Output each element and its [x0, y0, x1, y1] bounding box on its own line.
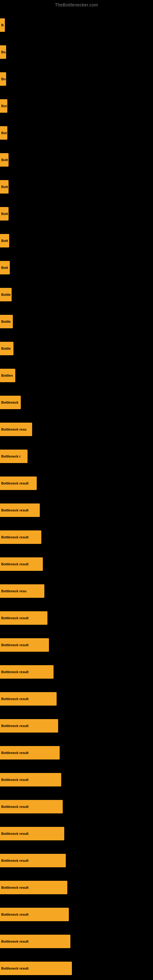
bar-label: Bottleneck result — [1, 967, 29, 970]
bar-row: Bottleneck result — [0, 793, 153, 820]
bar-label: Bottleneck result — [1, 697, 29, 701]
site-title: TheBottlenecker.com — [0, 0, 153, 9]
bar-row: Bot — [0, 92, 153, 119]
bar: Bottleneck result — [0, 557, 43, 571]
bar: Bottle — [0, 315, 13, 328]
bar-row: Bott — [0, 146, 153, 173]
bar-label: Bottle — [1, 320, 11, 323]
bar-row: Bottleneck result — [0, 605, 153, 632]
bar-row: Bottleneck result — [0, 632, 153, 659]
bar: Bott — [0, 207, 9, 221]
bar-row: Bottleneck result — [0, 847, 153, 874]
bar: Bottleneck result — [0, 611, 48, 625]
bar-label: Bottleneck result — [1, 481, 29, 485]
bar-row: Bottle — [0, 281, 153, 308]
bar-label: Bott — [1, 266, 8, 269]
bar: Bottleneck result — [0, 638, 49, 652]
bar: Bot — [0, 99, 7, 113]
bar-label: Bottle — [1, 347, 11, 350]
bar-label: Bott — [1, 239, 8, 243]
bar-label: Bottleneck result — [1, 616, 29, 620]
bar-label: Bottleneck result — [1, 670, 29, 674]
bar-row: Bottleneck result — [0, 550, 153, 578]
bar-label: Bottleneck result — [1, 913, 29, 916]
bar-row: Bott — [0, 200, 153, 227]
bar-row: Bottleneck result — [0, 686, 153, 712]
bar: Bottleneck result — [0, 665, 54, 679]
bar: Bottle — [0, 288, 12, 301]
bar: Bottleneck result — [0, 962, 72, 975]
bar-label: Bottleneck result — [1, 805, 29, 808]
bar: Bottleneck result — [0, 719, 58, 733]
bar: Bottleneck result — [0, 692, 57, 706]
bar: Bot — [0, 126, 7, 140]
bar-label: Bottleneck result — [1, 832, 29, 835]
bar-row: Bottleneck result — [0, 928, 153, 955]
bar-row: Bottleneck result — [0, 901, 153, 928]
bar-label: Bottleneck result — [1, 886, 29, 889]
bar-label: Bottleneck resu — [1, 428, 27, 431]
bar-label: Bottleneck result — [1, 940, 29, 943]
bar-row: Bottleneck resu — [0, 416, 153, 443]
bar-label: Bottleneck result — [1, 562, 29, 566]
bars-container: BBoBoBotBotBottBottBottBottBottBottleBot… — [0, 9, 153, 980]
bar-label: Bot — [1, 131, 7, 135]
bar-row: Bott — [0, 227, 153, 254]
bar: Bottleneck result — [0, 530, 41, 544]
bar: Bottleneck result — [0, 773, 61, 786]
bar-row: Bottle — [0, 308, 153, 335]
bar-row: Bottleneck result — [0, 874, 153, 901]
bar-label: Bo — [1, 77, 6, 81]
bar-row: Bo — [0, 38, 153, 65]
bar: Bottleneck result — [0, 935, 70, 948]
bar: Bott — [0, 234, 9, 247]
bar-row: Bottleneck result — [0, 659, 153, 686]
bar-row: Bottleneck result — [0, 739, 153, 766]
bar: Bottle — [0, 342, 13, 355]
bar-row: Bott — [0, 254, 153, 281]
bar: Bottleneck result — [0, 908, 69, 921]
bar: Bottleneck result — [0, 746, 60, 759]
bar-label: Bottleneck result — [1, 508, 29, 512]
bar-row: Bottlen — [0, 362, 153, 389]
bar-label: Bottleneck — [1, 401, 18, 404]
bar-label: Bottleneck result — [1, 643, 29, 647]
bar-label: Bottle — [1, 293, 11, 296]
bar-row: Bottleneck — [0, 389, 153, 416]
bar-row: Bo — [0, 65, 153, 92]
bar-row: Bottleneck result — [0, 766, 153, 793]
bar: Bottleneck result — [0, 477, 37, 490]
bar: Bottleneck result — [0, 881, 67, 894]
bar-label: Bo — [1, 50, 6, 54]
bar: Bottleneck result — [0, 800, 63, 813]
bar-row: Bottleneck result — [0, 712, 153, 739]
bar-label: Bottleneck result — [1, 751, 29, 755]
bar-row: Bottleneck result — [0, 524, 153, 550]
bar-label: Bottleneck result — [1, 859, 29, 862]
bar: Bottleneck resu — [0, 584, 45, 598]
bar: Bottlen — [0, 369, 15, 382]
bar-row: Bottleneck result — [0, 470, 153, 497]
bar: Bottleneck — [0, 396, 21, 409]
bar: B — [0, 18, 5, 32]
bar-label: Bottleneck result — [1, 778, 29, 781]
bar-label: Bott — [1, 158, 8, 162]
bar: Bo — [0, 45, 6, 59]
bar-label: Bottlen — [1, 374, 13, 377]
bar: Bott — [0, 261, 10, 274]
bar: Bott — [0, 180, 9, 194]
bar-label: B — [1, 23, 4, 27]
bar-row: Bott — [0, 173, 153, 200]
bar-label: Bottleneck r — [1, 455, 21, 458]
bar-label: Bott — [1, 185, 8, 189]
bar-row: Bottleneck r — [0, 443, 153, 470]
bar-row: Bottleneck result — [0, 497, 153, 524]
bar: Bottleneck r — [0, 450, 27, 463]
bar-row: B — [0, 12, 153, 38]
bar-label: Bottleneck result — [1, 535, 29, 539]
bar-label: Bott — [1, 212, 8, 216]
bar-row: Bot — [0, 119, 153, 146]
bar: Bottleneck result — [0, 827, 64, 840]
bar-row: Bottle — [0, 335, 153, 362]
bar: Bott — [0, 153, 9, 167]
